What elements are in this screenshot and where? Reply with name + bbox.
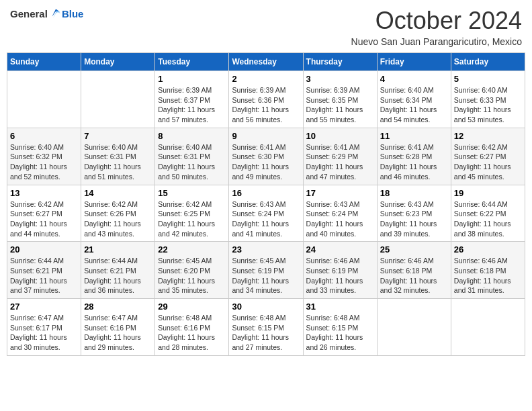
day-info: Sunrise: 6:41 AMSunset: 6:28 PMDaylight:… xyxy=(380,142,448,182)
month-title: October 2024 xyxy=(351,7,522,35)
day-number: 17 xyxy=(306,188,374,198)
week-row-1: 1Sunrise: 6:39 AMSunset: 6:37 PMDaylight… xyxy=(7,71,525,128)
calendar-cell: 2Sunrise: 6:39 AMSunset: 6:36 PMDaylight… xyxy=(229,71,303,128)
calendar-cell: 6Sunrise: 6:40 AMSunset: 6:32 PMDaylight… xyxy=(7,128,81,185)
location-subtitle: Nuevo San Juan Parangaricutiro, Mexico xyxy=(351,36,522,47)
day-info: Sunrise: 6:39 AMSunset: 6:37 PMDaylight:… xyxy=(158,85,226,125)
calendar-cell: 15Sunrise: 6:42 AMSunset: 6:25 PMDayligh… xyxy=(155,185,229,242)
day-number: 29 xyxy=(158,302,226,312)
calendar-cell: 14Sunrise: 6:42 AMSunset: 6:26 PMDayligh… xyxy=(81,185,155,242)
day-number: 15 xyxy=(158,188,226,198)
calendar-cell: 22Sunrise: 6:45 AMSunset: 6:20 PMDayligh… xyxy=(155,242,229,299)
day-header-wednesday: Wednesday xyxy=(229,53,303,71)
calendar-cell: 7Sunrise: 6:40 AMSunset: 6:31 PMDaylight… xyxy=(81,128,155,185)
calendar-cell xyxy=(377,299,451,356)
day-header-friday: Friday xyxy=(377,53,451,71)
calendar-cell: 18Sunrise: 6:43 AMSunset: 6:23 PMDayligh… xyxy=(377,185,451,242)
week-row-4: 20Sunrise: 6:44 AMSunset: 6:21 PMDayligh… xyxy=(7,242,525,299)
day-info: Sunrise: 6:44 AMSunset: 6:21 PMDaylight:… xyxy=(84,256,152,295)
day-info: Sunrise: 6:45 AMSunset: 6:19 PMDaylight:… xyxy=(232,256,300,295)
day-info: Sunrise: 6:39 AMSunset: 6:35 PMDaylight:… xyxy=(306,85,374,125)
day-number: 6 xyxy=(10,131,78,141)
day-info: Sunrise: 6:40 AMSunset: 6:34 PMDaylight:… xyxy=(380,85,448,125)
calendar-cell: 17Sunrise: 6:43 AMSunset: 6:24 PMDayligh… xyxy=(303,185,377,242)
day-info: Sunrise: 6:40 AMSunset: 6:31 PMDaylight:… xyxy=(158,142,226,182)
day-number: 4 xyxy=(380,74,448,84)
day-info: Sunrise: 6:43 AMSunset: 6:24 PMDaylight:… xyxy=(306,199,374,239)
week-row-2: 6Sunrise: 6:40 AMSunset: 6:32 PMDaylight… xyxy=(7,128,525,185)
day-info: Sunrise: 6:47 AMSunset: 6:17 PMDaylight:… xyxy=(10,313,78,353)
header-row: SundayMondayTuesdayWednesdayThursdayFrid… xyxy=(7,53,525,71)
day-info: Sunrise: 6:46 AMSunset: 6:19 PMDaylight:… xyxy=(306,256,374,295)
day-info: Sunrise: 6:42 AMSunset: 6:25 PMDaylight:… xyxy=(158,199,226,239)
day-number: 3 xyxy=(306,74,374,84)
logo-blue: Blue xyxy=(62,8,84,19)
calendar-cell: 9Sunrise: 6:41 AMSunset: 6:30 PMDaylight… xyxy=(229,128,303,185)
day-number: 1 xyxy=(158,74,226,84)
day-number: 11 xyxy=(380,131,448,141)
calendar-cell: 25Sunrise: 6:46 AMSunset: 6:18 PMDayligh… xyxy=(377,242,451,299)
calendar-cell: 30Sunrise: 6:48 AMSunset: 6:15 PMDayligh… xyxy=(229,299,303,356)
day-header-monday: Monday xyxy=(81,53,155,71)
calendar-cell xyxy=(81,71,155,128)
week-row-3: 13Sunrise: 6:42 AMSunset: 6:27 PMDayligh… xyxy=(7,185,525,242)
calendar-cell: 23Sunrise: 6:45 AMSunset: 6:19 PMDayligh… xyxy=(229,242,303,299)
day-header-saturday: Saturday xyxy=(451,53,525,71)
calendar-table: SundayMondayTuesdayWednesdayThursdayFrid… xyxy=(7,52,525,356)
day-number: 8 xyxy=(158,131,226,141)
calendar-cell: 16Sunrise: 6:43 AMSunset: 6:24 PMDayligh… xyxy=(229,185,303,242)
day-info: Sunrise: 6:44 AMSunset: 6:22 PMDaylight:… xyxy=(454,199,522,239)
page-header: General Blue October 2024 Nuevo San Juan… xyxy=(7,7,525,47)
day-number: 2 xyxy=(232,74,300,84)
day-info: Sunrise: 6:48 AMSunset: 6:15 PMDaylight:… xyxy=(306,313,374,353)
week-row-5: 27Sunrise: 6:47 AMSunset: 6:17 PMDayligh… xyxy=(7,299,525,356)
calendar-cell: 29Sunrise: 6:48 AMSunset: 6:16 PMDayligh… xyxy=(155,299,229,356)
calendar-cell: 27Sunrise: 6:47 AMSunset: 6:17 PMDayligh… xyxy=(7,299,81,356)
day-info: Sunrise: 6:40 AMSunset: 6:33 PMDaylight:… xyxy=(454,85,522,125)
calendar-cell: 20Sunrise: 6:44 AMSunset: 6:21 PMDayligh… xyxy=(7,242,81,299)
day-number: 13 xyxy=(10,188,78,198)
calendar-cell: 10Sunrise: 6:41 AMSunset: 6:29 PMDayligh… xyxy=(303,128,377,185)
calendar-cell: 24Sunrise: 6:46 AMSunset: 6:19 PMDayligh… xyxy=(303,242,377,299)
calendar-cell: 3Sunrise: 6:39 AMSunset: 6:35 PMDaylight… xyxy=(303,71,377,128)
day-number: 20 xyxy=(10,244,78,255)
day-info: Sunrise: 6:48 AMSunset: 6:15 PMDaylight:… xyxy=(232,313,300,353)
calendar-cell: 31Sunrise: 6:48 AMSunset: 6:15 PMDayligh… xyxy=(303,299,377,356)
day-number: 24 xyxy=(306,244,374,255)
day-header-thursday: Thursday xyxy=(303,53,377,71)
calendar-cell: 5Sunrise: 6:40 AMSunset: 6:33 PMDaylight… xyxy=(451,71,525,128)
day-header-tuesday: Tuesday xyxy=(155,53,229,71)
logo-general: General xyxy=(10,8,48,19)
day-number: 7 xyxy=(84,131,152,141)
day-info: Sunrise: 6:43 AMSunset: 6:23 PMDaylight:… xyxy=(380,199,448,239)
day-info: Sunrise: 6:44 AMSunset: 6:21 PMDaylight:… xyxy=(10,256,78,295)
calendar-cell: 26Sunrise: 6:46 AMSunset: 6:18 PMDayligh… xyxy=(451,242,525,299)
day-number: 9 xyxy=(232,131,300,141)
day-info: Sunrise: 6:48 AMSunset: 6:16 PMDaylight:… xyxy=(158,313,226,353)
day-number: 16 xyxy=(232,188,300,198)
day-info: Sunrise: 6:46 AMSunset: 6:18 PMDaylight:… xyxy=(454,256,522,295)
calendar-cell: 8Sunrise: 6:40 AMSunset: 6:31 PMDaylight… xyxy=(155,128,229,185)
logo-wave-icon xyxy=(48,7,62,20)
calendar-cell: 28Sunrise: 6:47 AMSunset: 6:16 PMDayligh… xyxy=(81,299,155,356)
day-info: Sunrise: 6:45 AMSunset: 6:20 PMDaylight:… xyxy=(158,256,226,295)
day-number: 12 xyxy=(454,131,522,141)
day-number: 25 xyxy=(380,244,448,255)
logo: General Blue xyxy=(10,7,83,20)
day-number: 10 xyxy=(306,131,374,141)
day-number: 30 xyxy=(232,302,300,312)
title-block: October 2024 Nuevo San Juan Parangaricut… xyxy=(351,7,522,47)
day-info: Sunrise: 6:47 AMSunset: 6:16 PMDaylight:… xyxy=(84,313,152,353)
calendar-cell: 12Sunrise: 6:42 AMSunset: 6:27 PMDayligh… xyxy=(451,128,525,185)
calendar-body: 1Sunrise: 6:39 AMSunset: 6:37 PMDaylight… xyxy=(7,71,525,356)
calendar-cell: 21Sunrise: 6:44 AMSunset: 6:21 PMDayligh… xyxy=(81,242,155,299)
day-number: 22 xyxy=(158,244,226,255)
day-info: Sunrise: 6:40 AMSunset: 6:32 PMDaylight:… xyxy=(10,142,78,182)
day-info: Sunrise: 6:42 AMSunset: 6:26 PMDaylight:… xyxy=(84,199,152,239)
calendar-cell: 1Sunrise: 6:39 AMSunset: 6:37 PMDaylight… xyxy=(155,71,229,128)
day-number: 21 xyxy=(84,244,152,255)
calendar-header: SundayMondayTuesdayWednesdayThursdayFrid… xyxy=(7,53,525,71)
day-info: Sunrise: 6:42 AMSunset: 6:27 PMDaylight:… xyxy=(454,142,522,182)
day-number: 28 xyxy=(84,302,152,312)
day-info: Sunrise: 6:43 AMSunset: 6:24 PMDaylight:… xyxy=(232,199,300,239)
